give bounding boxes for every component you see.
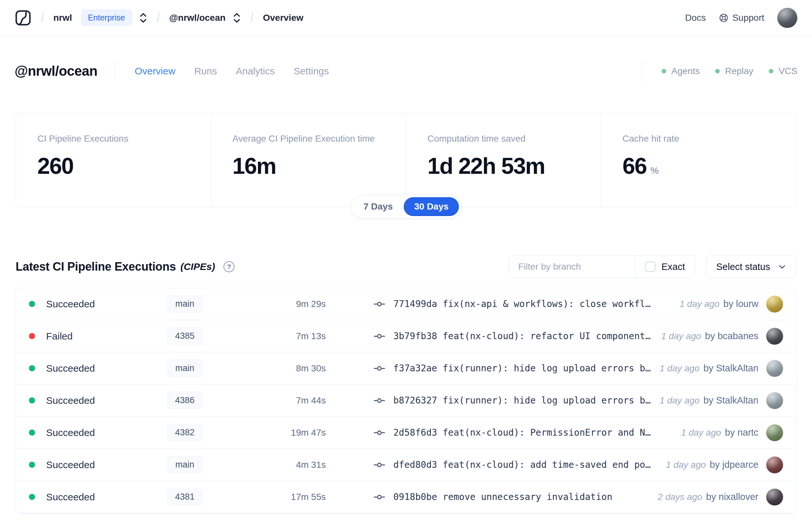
org-switcher-chevron-updown-icon[interactable]: [139, 12, 148, 24]
select-status-dropdown[interactable]: Select status: [706, 255, 796, 278]
cipe-status: Failed: [29, 331, 152, 342]
status-dot-icon: [29, 430, 35, 436]
tab-overview[interactable]: Overview: [135, 65, 175, 77]
cipe-row[interactable]: Succeeded 4382 19m 47s 2d58f6d3 feat(nx-…: [16, 417, 796, 449]
time-ago: 1 day ago: [661, 331, 701, 342]
status-replay-label: Replay: [725, 66, 753, 76]
cipe-commit: 0918b0be remove unnecessary invalidation: [328, 492, 651, 502]
life-buoy-icon: [719, 13, 729, 23]
commit-message: dfed80d3 feat(nx-cloud): add time-saved …: [393, 460, 650, 470]
status-label: Succeeded: [46, 427, 95, 438]
author-name: by bcabanes: [705, 331, 759, 342]
cipe-branch: main: [152, 360, 217, 377]
git-commit-icon: [374, 460, 385, 469]
stat-ci-pipeline-executions: CI Pipeline Executions 260: [16, 114, 211, 207]
branch-filter-input[interactable]: [509, 256, 635, 278]
user-avatar[interactable]: [777, 8, 797, 28]
time-ago: 2 days ago: [658, 492, 702, 502]
author-avatar: [766, 456, 783, 473]
help-icon[interactable]: ?: [224, 261, 234, 272]
time-ago: 1 day ago: [660, 395, 700, 406]
status-dot-icon: [29, 365, 35, 371]
cipe-row[interactable]: Succeeded 4381 17m 55s 0918b0be remove u…: [16, 481, 796, 513]
breadcrumb-org[interactable]: nrwl: [53, 13, 72, 23]
branch-badge: 4385: [167, 328, 203, 345]
git-commit-icon: [374, 396, 385, 405]
cipe-duration: 7m 13s: [217, 331, 328, 342]
cipes-section-header: Latest CI Pipeline Executions (CIPEs) ? …: [16, 255, 796, 278]
commit-message: b8726327 fix(runner): hide log upload er…: [393, 395, 650, 406]
cipe-author: 2 days ago by nixallover: [658, 489, 783, 506]
tab-runs[interactable]: Runs: [194, 65, 217, 77]
status-vcs[interactable]: VCS: [769, 66, 797, 76]
exact-label: Exact: [661, 261, 685, 272]
status-label: Succeeded: [46, 363, 95, 374]
exact-checkbox[interactable]: [645, 261, 656, 272]
cipe-row[interactable]: Succeeded main 9m 29s 771499da fix(nx-ap…: [16, 288, 796, 320]
status-agents-label: Agents: [671, 66, 700, 76]
status-vcs-label: VCS: [779, 66, 797, 76]
stat-value: 16m: [232, 153, 399, 179]
stats-cards: CI Pipeline Executions 260 Average CI Pi…: [16, 113, 796, 207]
stat-label: CI Pipeline Executions: [37, 134, 204, 144]
cipe-author: 1 day ago by nartc: [681, 424, 783, 441]
tab-analytics[interactable]: Analytics: [236, 65, 275, 77]
status-label: Succeeded: [46, 395, 95, 406]
stat-value: 260: [37, 153, 204, 179]
workspace-switcher-chevron-updown-icon[interactable]: [232, 12, 241, 24]
cipe-duration: 9m 29s: [217, 299, 328, 309]
cipe-duration: 19m 47s: [217, 427, 328, 438]
cipe-row[interactable]: Succeeded 4386 7m 44s b8726327 fix(runne…: [16, 385, 796, 417]
stat-value: 66%: [623, 153, 790, 179]
breadcrumb-workspace[interactable]: @nrwl/ocean: [169, 13, 226, 23]
workspace-tabs: Overview Runs Analytics Settings: [135, 65, 329, 77]
cipe-author: 1 day ago by StalkAltan: [660, 392, 783, 409]
cipe-row[interactable]: Failed 4385 7m 13s 3b79fb38 feat(nx-clou…: [16, 320, 796, 352]
cipe-row[interactable]: Succeeded main 4m 31s dfed80d3 feat(nx-c…: [16, 449, 796, 481]
status-dot-icon: [29, 301, 35, 307]
branch-badge: 4386: [167, 392, 203, 409]
status-dot-icon: [29, 397, 35, 404]
chevron-down-icon: [778, 262, 786, 271]
author-avatar: [766, 360, 783, 377]
cipe-commit: b8726327 fix(runner): hide log upload er…: [328, 395, 653, 406]
docs-link[interactable]: Docs: [685, 13, 706, 23]
breadcrumb-page: Overview: [263, 13, 303, 23]
git-commit-icon: [374, 493, 385, 501]
cipe-commit: 3b79fb38 feat(nx-cloud): refactor UI com…: [328, 331, 655, 342]
author-name: by lourw: [723, 299, 759, 309]
branch-badge: main: [167, 360, 203, 377]
author-avatar: [766, 392, 783, 409]
cipe-author: 1 day ago by lourw: [679, 296, 783, 313]
breadcrumb-separator: /: [41, 10, 44, 25]
branch-badge: main: [167, 456, 203, 473]
range-30-days-button[interactable]: 30 Days: [404, 197, 459, 216]
cipe-commit: f37a32ae fix(runner): hide log upload er…: [328, 363, 653, 374]
stat-label: Cache hit rate: [623, 134, 790, 144]
cipe-duration: 7m 44s: [217, 395, 328, 406]
nx-cloud-logo-icon[interactable]: [15, 10, 31, 26]
cipes-title-suffix: (CIPEs): [180, 261, 215, 272]
cipes-title: Latest CI Pipeline Executions: [16, 260, 176, 273]
time-ago: 1 day ago: [679, 299, 719, 309]
cipe-author: 1 day ago by StalkAltan: [660, 360, 783, 377]
support-link[interactable]: Support: [719, 13, 764, 23]
cipe-branch: main: [152, 456, 217, 473]
status-replay[interactable]: Replay: [715, 66, 753, 76]
cipe-author: 1 day ago by jdpearce: [666, 456, 783, 473]
cipes-filter-controls: Exact Select status: [509, 255, 796, 278]
branch-badge: 4382: [167, 424, 203, 441]
enterprise-badge[interactable]: Enterprise: [81, 10, 132, 26]
range-7-days-button[interactable]: 7 Days: [353, 197, 403, 216]
cipe-status: Succeeded: [29, 363, 152, 374]
cipe-branch: 4381: [152, 488, 217, 506]
commit-message: 3b79fb38 feat(nx-cloud): refactor UI com…: [393, 331, 650, 342]
author-avatar: [766, 489, 783, 506]
status-agents[interactable]: Agents: [662, 66, 700, 76]
tab-settings[interactable]: Settings: [294, 65, 329, 77]
author-name: by StalkAltan: [704, 363, 759, 374]
status-label: Succeeded: [46, 492, 95, 502]
cipe-row[interactable]: Succeeded main 8m 30s f37a32ae fix(runne…: [16, 352, 796, 385]
author-avatar: [766, 424, 783, 441]
workspace-health-statuses: Agents Replay VCS: [642, 60, 797, 82]
